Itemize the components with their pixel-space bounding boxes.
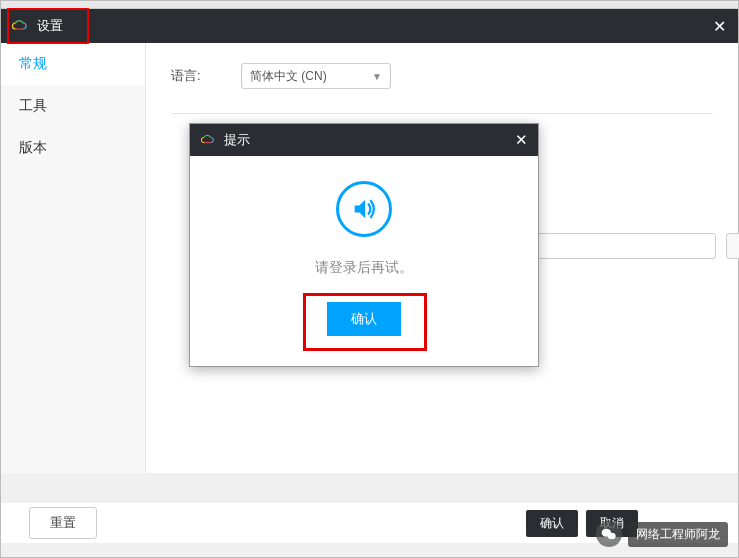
sidebar: 常规 工具 版本 <box>1 43 146 473</box>
footer-confirm-button[interactable]: 确认 <box>526 510 578 537</box>
language-select[interactable]: 简体中文 (CN) ▼ <box>241 63 391 89</box>
dialog-message: 请登录后再试。 <box>210 259 518 277</box>
prompt-dialog: 提示 ✕ 请登录后再试。 确认 <box>189 123 539 367</box>
chevron-down-icon: ▼ <box>372 71 382 82</box>
window-title-bar: 设置 ✕ <box>1 9 738 43</box>
dialog-title-bar: 提示 ✕ <box>190 124 538 156</box>
dialog-close-button[interactable]: ✕ <box>515 131 528 149</box>
window-title: 设置 <box>37 17 63 35</box>
language-label: 语言: <box>171 67 241 85</box>
sidebar-item-general[interactable]: 常规 <box>1 43 145 85</box>
sound-icon <box>336 181 392 237</box>
watermark: 网络工程师阿龙 <box>596 521 728 547</box>
window-close-button[interactable]: ✕ <box>713 17 726 36</box>
sidebar-item-tools[interactable]: 工具 <box>1 85 145 127</box>
reset-button[interactable]: 重置 <box>29 507 97 539</box>
cloud-icon <box>11 19 29 33</box>
sidebar-item-version[interactable]: 版本 <box>1 127 145 169</box>
wechat-icon <box>596 521 622 547</box>
svg-point-1 <box>608 533 616 540</box>
path-input[interactable] <box>526 233 716 259</box>
confirm-button[interactable]: 确认 <box>327 302 401 336</box>
language-value: 简体中文 (CN) <box>250 68 327 85</box>
cloud-icon <box>200 134 216 146</box>
watermark-text: 网络工程师阿龙 <box>628 522 728 547</box>
dialog-title: 提示 <box>224 131 250 149</box>
browse-button[interactable]: 浏览... <box>726 233 739 259</box>
divider <box>171 113 713 114</box>
